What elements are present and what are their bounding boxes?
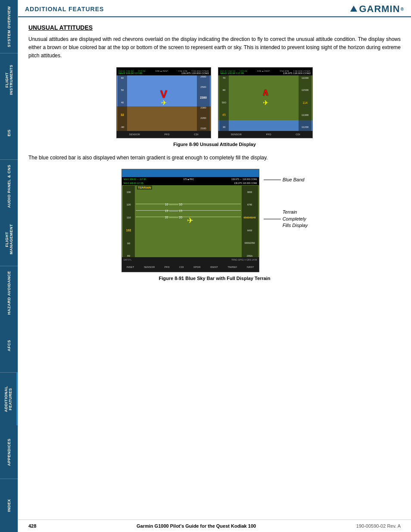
annotations-container: Blue Band Terrain Completely Fills Displ… — [264, 169, 308, 229]
section-title: UNUSUAL ATTITUDES — [28, 24, 401, 31]
blue-sky-band — [122, 169, 259, 177]
figure-8-91-wrapper: NAV1 108.00 ↔ 117.95 075 ■ PRC 136.975 ↔… — [28, 169, 401, 272]
speed-tape-2: 70 60 SIO 45 30 — [219, 72, 229, 134]
page-number: 428 — [28, 523, 36, 529]
alt-tape-1: 2500 2500 2380 2300 2200 2100 — [197, 72, 210, 134]
display-sim-terrain-fill: NAV1 108.00 ↔ 117.95 075 ■ PRC 136.975 ↔… — [121, 169, 259, 272]
page-header: ADDITIONAL FEATURES GARMIN® — [18, 0, 411, 17]
display-sim-pitch-up: NAV1 108.00 ↔ 117.95 075 ■ DRG 136.975 ↔… — [116, 67, 211, 138]
sidebar-item-appendices[interactable]: APPENDICES — [0, 426, 18, 479]
display-sim-pitch-down: NAV1 108.00 ↔ 117.95 075 ■ DRG 136.975 ↔… — [218, 67, 313, 138]
pitch-line-15 — [136, 210, 241, 211]
page-content: UNUSUAL ATTITUDES Unusual attitudes are … — [18, 17, 411, 520]
annotation-line-blue — [264, 180, 281, 180]
annotation-text-blue-band: Blue Band — [283, 177, 305, 183]
figure-8-90-caption: Figure 8-90 Unusual Attitude Display — [28, 142, 401, 147]
display-footer-1: SENSORPFDCDI — [117, 131, 211, 138]
display-footer-3: INSETSENSORPFDCDIXPDRIDENTTM/REFNRST — [122, 262, 259, 272]
aircraft-symbol-3: ✈ — [187, 216, 193, 225]
sidebar-item-system-overview[interactable]: SYSTEM OVERVIEW — [0, 0, 18, 53]
aircraft-symbol-1: ✈ — [161, 99, 167, 107]
pitch-down-indicator: ∧ — [262, 87, 269, 98]
figure-8-90-row: NAV1 108.00 ↔ 117.95 075 ■ DRG 136.975 ↔… — [28, 67, 401, 138]
garmin-logo: GARMIN® — [350, 3, 404, 15]
sidebar: SYSTEM OVERVIEW FLIGHT INSTRUMENTS EIS A… — [0, 0, 18, 532]
sidebar-item-afcs[interactable]: AFCS — [0, 319, 18, 373]
annotation-line-terrain — [264, 219, 281, 219]
display-header-3: NAV1 108.00 ↔ 117.95 075 ■ PRC 136.975 ↔… — [122, 177, 259, 181]
sidebar-item-flight-instruments[interactable]: FLIGHT INSTRUMENTS — [0, 53, 18, 107]
speed-tape-3: 130 120 110 102 90 80 — [123, 186, 135, 262]
figure-8-91-caption: Figure 8-91 Blue Sky Bar with Full Displ… — [28, 276, 401, 281]
sidebar-item-hazard-avoidance[interactable]: HAZARD AVOIDANCE — [0, 266, 18, 320]
sidebar-item-flight-management[interactable]: FLIGHT MANAGEMENT — [0, 213, 18, 266]
alt-tape-2: 11000 11500 114 11300 11200 — [299, 72, 311, 134]
annotation-text-terrain: Terrain Completely Fills Display — [283, 209, 308, 229]
pitch-line-10 — [136, 204, 241, 204]
footer-title: Garmin G1000 Pilot's Guide for the Quest… — [137, 523, 256, 529]
alt-tape-3: 6800 6780 6560/6540 6400 6300/2350 2392v — [242, 186, 258, 262]
body-text-2: The blue colored bar is also displayed w… — [28, 154, 401, 162]
section-body-text: Unusual attitudes are displayed with red… — [28, 35, 401, 60]
speed-tape-1: 60 50 40 32 -90 — [118, 72, 127, 134]
blue-band-annotation: Blue Band — [264, 177, 308, 183]
aircraft-symbol-2: ✈ — [263, 99, 268, 107]
sidebar-item-eis[interactable]: EIS — [0, 106, 18, 160]
page-footer: 428 Garmin G1000 Pilot's Guide for the Q… — [18, 520, 411, 532]
display-footer-2: SENSORPFDCDI — [218, 131, 312, 138]
footer-revision: 190-00590-02 Rev. A — [356, 523, 401, 529]
terrain-annotation: Terrain Completely Fills Display — [264, 209, 308, 229]
sidebar-item-audio-panel[interactable]: AUDIO PANEL & CNS — [0, 160, 18, 213]
status-bar: OAT 0°LTRNG GPS1 V GRS 14:55 — [122, 257, 259, 262]
terrain-label: TERRAIN — [137, 186, 152, 190]
garmin-triangle-icon — [350, 6, 357, 12]
sidebar-item-additional-features[interactable]: ADDITIONAL FEATURES — [0, 373, 18, 426]
header-title: ADDITIONAL FEATURES — [25, 6, 104, 12]
main-content: ADDITIONAL FEATURES GARMIN® UNUSUAL ATTI… — [18, 0, 411, 532]
sidebar-item-index[interactable]: INDEX — [0, 479, 18, 532]
